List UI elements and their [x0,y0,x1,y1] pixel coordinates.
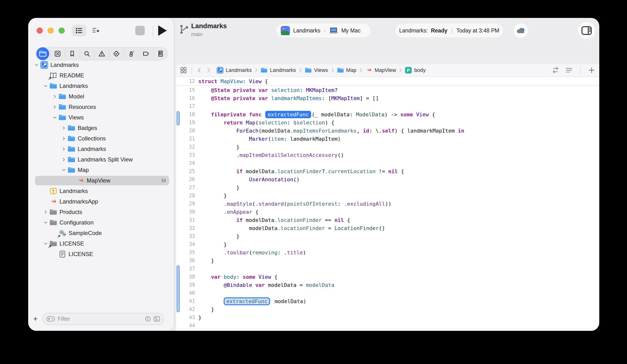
breadcrumb-item-map[interactable]: Map [337,67,357,73]
sidebar-item-landmarks[interactable]: Landmarks [28,144,174,154]
line-number[interactable]: 30 [176,209,195,215]
extracted-symbol-highlight[interactable]: extractedFunc [265,111,311,118]
line-number[interactable]: 35 [176,250,195,255]
code-line-37[interactable]: 37 [176,265,599,273]
sidebar-item-resources[interactable]: Resources [28,102,174,112]
code-line-31[interactable]: 31 if modelData.locationFinder == nil { [176,216,599,224]
code-line-28[interactable]: 28 } [176,191,599,200]
recent-files-icon[interactable] [145,316,151,322]
code-line-16[interactable]: 16 @State private var landmarkMapItems: … [176,94,599,102]
source-control-change-bar[interactable] [177,265,180,312]
code-review-icon[interactable] [552,66,560,74]
navigator-tab-bookmarks[interactable] [65,47,80,61]
adjust-editor-icon[interactable] [565,66,573,74]
line-number[interactable]: 26 [176,177,195,182]
sidebar-item-landmarksapp[interactable]: LandmarksApp [28,196,174,207]
sidebar-item-model[interactable]: Model [28,91,174,102]
filter-field[interactable]: Filter [43,313,164,325]
back-icon[interactable] [196,67,203,74]
line-number[interactable]: 20 [176,128,195,134]
rename-token-field[interactable]: extractedFunc [224,297,270,305]
line-number[interactable]: 16 [176,95,195,101]
code-line-41[interactable]: 41 extractedFunc modelData) [176,297,599,305]
navigator-tab-project-navigator[interactable] [35,47,50,61]
sidebar-item-landmarks[interactable]: Landmarks [28,186,174,196]
related-items-icon[interactable] [180,67,187,74]
code-area[interactable]: 15 @State private var selection: MKMapIt… [176,86,599,331]
code-line-18[interactable]: 18 fileprivate func extractedFunc(_ mode… [176,110,599,118]
cloud-status-button[interactable] [514,23,528,38]
view-options-button[interactable] [72,25,87,36]
code-line-33[interactable]: 33 } [176,232,599,240]
navigator-tab-reports[interactable] [154,47,168,61]
sidebar-item-configuration[interactable]: Configuration [28,217,174,228]
breadcrumb-item-mapview[interactable]: MapView [365,67,396,74]
sidebar-item-collections[interactable]: Collections [28,133,174,144]
sidebar-item-mapview[interactable]: MapViewM [28,175,174,186]
line-number[interactable]: 36 [176,258,195,264]
code-line-42[interactable]: 42 } [176,305,599,313]
code-line-20[interactable]: 20 ForEach(modelData.mapItemsForLandmark… [176,127,599,135]
line-number[interactable]: 24 [176,160,195,166]
sidebar-item-map[interactable]: Map [28,165,174,175]
line-number[interactable]: 27 [176,185,195,190]
close-window-button[interactable] [37,27,43,34]
sidebar-item-landmarks[interactable]: Landmarks [28,81,174,91]
scheme-selector[interactable]: Landmarks › My Mac [276,24,371,38]
sidebar-item-landmarks[interactable]: Landmarks [28,60,174,70]
navigator-tab-find[interactable] [80,47,94,61]
code-line-22[interactable]: 22 } [176,143,599,151]
line-number[interactable]: 44 [176,323,195,328]
zoom-window-button[interactable] [58,27,65,34]
sidebar-item-views[interactable]: Views [28,112,174,123]
line-number[interactable]: 17 [176,103,195,109]
code-line-17[interactable]: 17 [176,102,599,110]
forward-icon[interactable] [205,67,212,74]
source-control-change-bar[interactable] [177,111,180,125]
sidebar-item-badges[interactable]: Badges [28,123,174,133]
code-line-35[interactable]: 35 .toolbar(removing: .title) [176,248,599,257]
breadcrumb-item-body[interactable]: Pbody [405,67,425,74]
code-line-30[interactable]: 30 .onAppear { [176,208,599,216]
line-number[interactable]: 29 [176,201,195,207]
navigator-tab-tests[interactable] [109,47,124,61]
sidebar-item-products[interactable]: Products [28,207,174,217]
code-line-26[interactable]: 26 UserAnnotation() [176,175,599,183]
code-line-34[interactable]: 34 } [176,240,599,248]
navigator-tab-profile[interactable] [124,47,139,61]
add-file-button[interactable]: + [28,315,43,323]
line-number[interactable]: 32 [176,225,195,231]
code-line-19[interactable]: 19 return Map(selection: $selection) { [176,118,599,127]
breadcrumb-item-landmarks[interactable]: Landmarks [261,67,296,73]
sidebar-item-license[interactable]: LICENSE [28,238,174,249]
source-control-filter-icon[interactable] [154,316,160,322]
line-number[interactable]: 34 [176,241,195,247]
navigator-tab-changes[interactable] [50,47,65,61]
code-line-40[interactable]: 40 [176,289,599,297]
line-number[interactable]: 43 [176,315,195,320]
sidebar-item-license[interactable]: LICENSE [28,249,174,259]
add-editor-icon[interactable] [588,66,595,74]
navigator-tab-issues[interactable] [94,47,109,61]
line-number[interactable]: 33 [176,233,195,239]
navigator-tab-breakpoints[interactable] [139,47,154,61]
code-line-39[interactable]: 39 @Bindable var modelData = modelData [176,281,599,289]
inspector-toggle-button[interactable] [578,22,595,39]
sidebar-item-readme[interactable]: README [28,70,174,81]
minimize-window-button[interactable] [48,27,54,34]
code-line-38[interactable]: 38 var body: some View { [176,273,599,281]
line-number[interactable]: 22 [176,144,195,150]
code-line-43[interactable]: 43} [176,313,599,321]
line-number[interactable]: 28 [176,193,195,198]
code-line-36[interactable]: 36 } [176,257,599,265]
code-line-27[interactable]: 27 } [176,183,599,191]
run-button[interactable] [156,25,169,36]
ai-compose-button[interactable] [88,25,103,36]
sidebar-item-samplecode[interactable]: SampleCode [28,228,174,238]
code-line-23[interactable]: 23 .mapItemDetailSelectionAccessory() [176,151,599,159]
line-number[interactable]: 25 [176,168,195,174]
breadcrumb-item-views[interactable]: Views [305,67,328,73]
code-line-44[interactable]: 44 [176,321,599,330]
breadcrumb-item-landmarks[interactable]: Landmarks [217,67,252,74]
sidebar-item-landmarks-split-view[interactable]: Landmarks Split View [28,154,174,165]
